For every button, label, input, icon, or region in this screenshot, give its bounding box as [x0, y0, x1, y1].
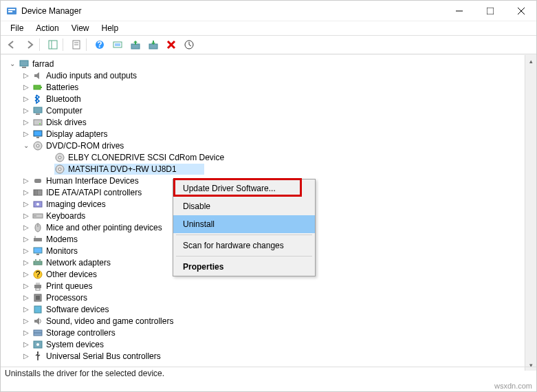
print-icon: [32, 281, 43, 292]
expand-icon[interactable]: ▷: [21, 328, 31, 338]
expand-icon[interactable]: ▷: [21, 106, 31, 116]
svg-rect-7: [49, 41, 57, 49]
expand-icon[interactable]: ▷: [21, 305, 31, 314]
expand-icon[interactable]: ▷: [21, 340, 31, 349]
status-bar: Uninstalls the driver for the selected d…: [1, 367, 536, 380]
uninstall-button[interactable]: [145, 36, 162, 53]
minimize-button[interactable]: [443, 1, 474, 21]
network-icon: [32, 257, 43, 268]
expand-icon[interactable]: ▷: [21, 83, 31, 92]
display-icon: [32, 129, 43, 140]
tree-category[interactable]: ⌄DVD/CD-ROM drives: [5, 140, 536, 151]
svg-point-40: [36, 203, 39, 206]
ctx-scan[interactable]: Scan for hardware changes: [173, 237, 315, 254]
expand-icon[interactable]: ▷: [21, 281, 31, 291]
expand-icon[interactable]: ▷: [21, 258, 31, 268]
category-label: Computer: [46, 106, 83, 116]
show-hide-tree-button[interactable]: [45, 36, 61, 53]
vertical-scrollbar[interactable]: ▴ ▾: [525, 55, 536, 371]
tree-category[interactable]: ▷Software devices: [5, 303, 536, 315]
menu-file[interactable]: File: [5, 22, 29, 34]
hid-icon: [32, 175, 43, 186]
mouse-icon: [32, 222, 43, 233]
tree-category[interactable]: ▷System devices: [5, 338, 536, 350]
menu-action[interactable]: Action: [30, 22, 64, 34]
scan-hardware-button[interactable]: [181, 36, 197, 53]
svg-rect-23: [34, 107, 42, 113]
watermark: wsxdn.com: [494, 382, 532, 390]
properties-button[interactable]: [68, 36, 85, 53]
computer-icon: [32, 105, 43, 116]
expand-icon[interactable]: ▷: [21, 71, 31, 80]
expand-icon[interactable]: ▷: [21, 223, 31, 232]
tree-category[interactable]: ▷Disk drives: [5, 116, 536, 128]
tree-category[interactable]: ▷Universal Serial Bus controllers: [5, 350, 536, 362]
category-label: Storage controllers: [46, 328, 116, 338]
ctx-separator: [176, 256, 312, 257]
update-driver-button[interactable]: [127, 36, 144, 53]
other-icon: ?: [32, 269, 43, 280]
svg-rect-1: [8, 9, 15, 10]
svg-rect-24: [36, 113, 40, 115]
expand-icon[interactable]: ▷: [21, 235, 31, 244]
tree-device[interactable]: MATSHITA DVD+-RW UJ8D1: [5, 163, 536, 175]
tree-category[interactable]: ▷Bluetooth: [5, 93, 536, 105]
tree-category[interactable]: ▷Storage controllers: [5, 327, 536, 338]
expand-icon[interactable]: ▷: [21, 118, 31, 127]
tree-category[interactable]: ▷Computer: [5, 105, 536, 116]
category-label: System devices: [46, 340, 104, 349]
category-label: Universal Serial Bus controllers: [46, 351, 161, 361]
svg-rect-59: [36, 296, 40, 300]
ctx-update-driver[interactable]: Update Driver Software...: [173, 179, 315, 197]
tree-category[interactable]: ▷Display adapters: [5, 128, 536, 140]
ctx-disable[interactable]: Disable: [173, 197, 315, 215]
disable-button[interactable]: [163, 36, 179, 53]
ctx-properties[interactable]: Properties: [173, 258, 315, 276]
expand-icon[interactable]: ▷: [21, 351, 31, 361]
close-button[interactable]: [505, 1, 536, 21]
scan-button[interactable]: [109, 36, 126, 53]
expand-icon[interactable]: ▷: [21, 199, 31, 209]
collapse-icon[interactable]: ⌄: [8, 59, 17, 69]
expand-icon[interactable]: ▷: [21, 211, 31, 221]
svg-point-26: [39, 123, 41, 124]
device-label: MATSHITA DVD+-RW UJ8D1: [68, 164, 177, 174]
category-label: Sound, video and game controllers: [46, 316, 173, 326]
expand-icon[interactable]: ▷: [21, 246, 31, 256]
category-label: IDE ATA/ATAPI controllers: [46, 188, 142, 197]
tree-root[interactable]: ⌄farrad: [5, 58, 536, 69]
expand-icon[interactable]: ⌄: [21, 141, 31, 151]
expand-icon[interactable]: ▷: [21, 188, 31, 197]
tree-category[interactable]: ▷Audio inputs and outputs: [5, 69, 536, 81]
maximize-button[interactable]: [474, 1, 505, 21]
forward-button[interactable]: [21, 36, 38, 53]
menubar: File Action View Help: [1, 21, 536, 35]
menu-help[interactable]: Help: [96, 22, 124, 34]
tree-device[interactable]: ELBY CLONEDRIVE SCSI CdRom Device: [5, 151, 536, 163]
scroll-up-button[interactable]: ▴: [525, 55, 536, 67]
expand-icon[interactable]: ▷: [21, 129, 31, 139]
expand-icon[interactable]: ▷: [21, 270, 31, 279]
tree-category[interactable]: ▷Batteries: [5, 81, 536, 93]
tree-category[interactable]: ▷Print queues: [5, 280, 536, 292]
back-button[interactable]: [3, 36, 20, 53]
battery-icon: [32, 82, 43, 93]
expand-icon[interactable]: ▷: [21, 176, 31, 186]
svg-rect-46: [34, 238, 42, 241]
root-label: farrad: [32, 59, 54, 69]
svg-rect-20: [22, 67, 26, 68]
tree-category[interactable]: ▷Sound, video and game controllers: [5, 315, 536, 327]
expand-icon[interactable]: ▷: [21, 316, 31, 326]
menu-view[interactable]: View: [66, 22, 95, 34]
category-label: Network adapters: [46, 258, 111, 268]
imaging-icon: [32, 199, 43, 210]
category-label: Audio inputs and outputs: [46, 71, 137, 80]
dvd-dev-icon: [54, 152, 65, 163]
disk-icon: [32, 117, 43, 128]
tree-category[interactable]: ▷Processors: [5, 292, 536, 303]
help-button[interactable]: ?: [91, 36, 108, 53]
expand-icon[interactable]: ▷: [21, 94, 31, 104]
expand-icon[interactable]: ▷: [21, 293, 31, 303]
svg-rect-15: [115, 43, 120, 46]
ctx-uninstall[interactable]: Uninstall: [173, 215, 315, 233]
